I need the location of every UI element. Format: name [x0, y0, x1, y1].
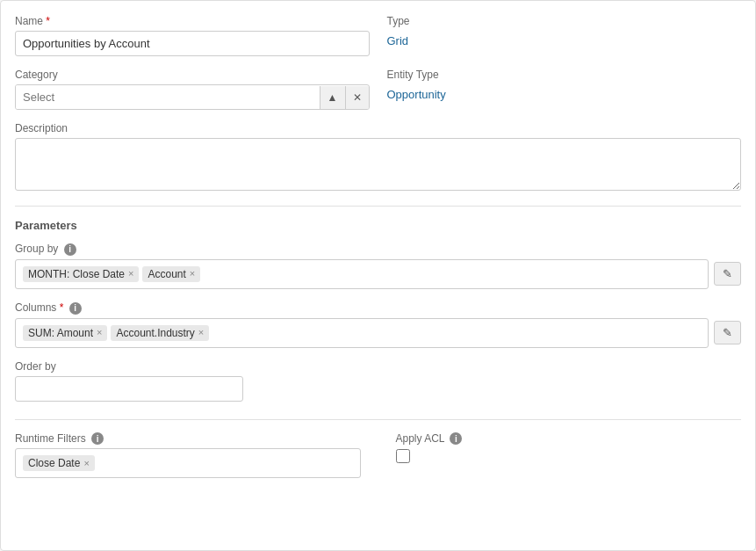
name-label: Name * — [15, 15, 370, 27]
runtime-filters-tags-area[interactable]: Close Date × — [15, 448, 361, 478]
apply-acl-info-icon: i — [450, 432, 462, 445]
runtime-filters-info-icon: i — [91, 432, 104, 445]
group-by-tag-1-close[interactable]: × — [128, 269, 133, 279]
group-by-info-icon: i — [64, 243, 76, 256]
entity-type-value: Opportunity — [387, 84, 742, 101]
runtime-filter-tag-1: Close Date × — [23, 455, 95, 471]
columns-tag-1-close[interactable]: × — [97, 328, 102, 337]
group-by-tags-wrapper: MONTH: Close Date × Account × ✎ — [15, 259, 741, 289]
group-by-tag-2-close[interactable]: × — [190, 269, 195, 279]
category-entity-row: Category ▲ ✕ Entity Type Opportunity — [15, 69, 741, 110]
section-divider-2 — [15, 419, 741, 420]
columns-tags-area[interactable]: SUM: Amount × Account.Industry × — [15, 318, 709, 348]
columns-label: Columns * i — [15, 301, 741, 315]
columns-tags-wrapper: SUM: Amount × Account.Industry × ✎ — [15, 318, 741, 348]
apply-acl-label: Apply ACL i — [396, 432, 742, 446]
category-clear-btn[interactable]: ✕ — [345, 86, 369, 109]
entity-type-field-col: Entity Type Opportunity — [387, 69, 742, 110]
group-by-field: Group by i MONTH: Close Date × Account ×… — [15, 243, 741, 289]
name-required: * — [46, 15, 50, 27]
columns-field: Columns * i SUM: Amount × Account.Indust… — [15, 301, 741, 348]
section-divider — [15, 206, 741, 207]
category-up-btn[interactable]: ▲ — [320, 86, 345, 109]
description-textarea[interactable] — [15, 138, 741, 191]
parameters-title: Parameters — [15, 219, 741, 232]
group-by-tag-2: Account × — [142, 266, 200, 282]
runtime-filters-label: Runtime Filters i — [15, 432, 361, 446]
form-container: Name * Type Grid Category ▲ ✕ Entity Typ… — [0, 0, 756, 551]
name-field-col: Name * — [15, 15, 370, 56]
type-field-col: Type Grid — [387, 15, 742, 56]
description-col: Description — [15, 122, 741, 193]
columns-tag-1: SUM: Amount × — [23, 325, 107, 341]
name-input[interactable] — [15, 31, 370, 56]
runtime-filter-tag-1-close[interactable]: × — [83, 459, 89, 468]
runtime-filters-wrapper: Runtime Filters i Close Date × Apply ACL… — [15, 432, 741, 479]
columns-edit-btn[interactable]: ✎ — [714, 321, 741, 344]
category-label: Category — [15, 69, 370, 81]
type-label: Type — [387, 15, 742, 27]
entity-type-label: Entity Type — [387, 69, 742, 81]
category-select-wrapper: ▲ ✕ — [15, 84, 370, 110]
group-by-label: Group by i — [15, 243, 741, 256]
type-value: Grid — [387, 31, 742, 47]
order-by-field: Order by — [15, 360, 741, 402]
apply-acl-col: Apply ACL i — [396, 432, 742, 479]
runtime-filters-col: Runtime Filters i Close Date × — [15, 432, 361, 479]
order-by-label: Order by — [15, 360, 741, 373]
group-by-edit-btn[interactable]: ✎ — [714, 262, 741, 286]
columns-tag-2-close[interactable]: × — [198, 328, 204, 337]
description-row: Description — [15, 122, 741, 193]
parameters-section: Parameters Group by i MONTH: Close Date … — [15, 219, 741, 478]
columns-tag-2: Account.Industry × — [111, 325, 209, 341]
columns-required: * — [60, 301, 64, 314]
apply-acl-checkbox-area — [396, 448, 742, 463]
name-type-row: Name * Type Grid — [15, 15, 741, 56]
category-input[interactable] — [16, 85, 320, 109]
group-by-tags-area[interactable]: MONTH: Close Date × Account × — [15, 259, 709, 289]
order-by-input[interactable] — [15, 376, 243, 402]
category-field-col: Category ▲ ✕ — [15, 69, 370, 110]
description-label: Description — [15, 122, 741, 134]
columns-info-icon: i — [69, 302, 82, 315]
apply-acl-checkbox[interactable] — [396, 449, 410, 463]
group-by-tag-1: MONTH: Close Date × — [23, 266, 139, 282]
